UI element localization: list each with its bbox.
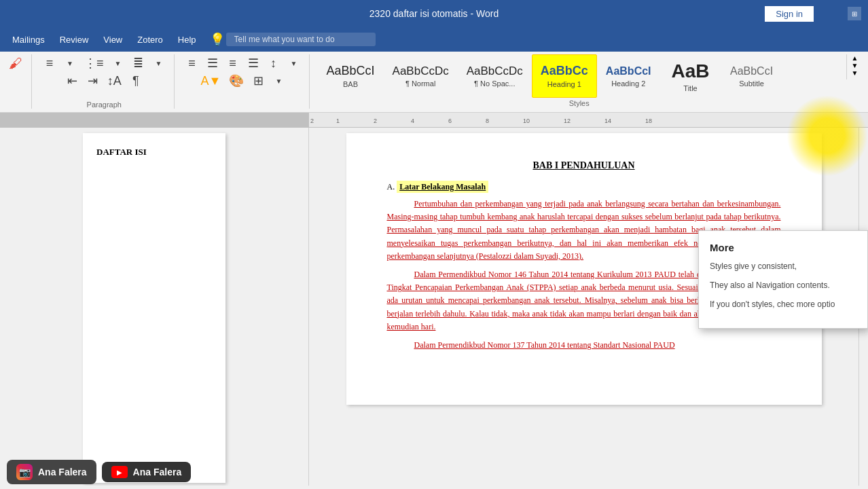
youtube-name: Ana Falera [133, 467, 182, 477]
align-right-btn[interactable]: ≡ [223, 54, 242, 72]
style-subtitle[interactable]: AaBbCcI Subtitle [721, 54, 782, 98]
daftar-isi-title: DAFTAR ISI [96, 147, 212, 158]
show-formatting-btn[interactable]: ¶ [126, 72, 145, 90]
style-heading1[interactable]: AaBbCc Heading 1 [532, 54, 597, 98]
style-bab[interactable]: AaBbCcI BAB [318, 54, 384, 98]
style-nospace[interactable]: AaBbCcDc ¶ No Spac... [458, 54, 532, 98]
bullets-btn[interactable]: ≡ [40, 54, 59, 72]
align-center-btn[interactable]: ☰ [203, 54, 222, 72]
svg-text:2: 2 [310, 117, 314, 124]
style-normal[interactable]: AaBbCcDc ¶ Normal [384, 54, 458, 98]
style-subtitle-preview: AaBbCcI [730, 65, 773, 77]
style-h2-preview: AaBbCcI [606, 65, 651, 77]
youtube-icon: ▶ [111, 466, 128, 478]
styles-section-label: Styles [568, 98, 591, 109]
svg-text:8: 8 [486, 117, 489, 124]
instagram-name: Ana Falera [38, 467, 87, 477]
style-heading2[interactable]: AaBbCcI Heading 2 [597, 54, 660, 98]
instagram-badge[interactable]: 📷 Ana Falera [7, 460, 96, 484]
increase-indent-btn[interactable]: ⇥ [84, 72, 103, 90]
shading-btn[interactable]: 🎨 [225, 72, 247, 90]
menu-review[interactable]: Review [53, 32, 96, 48]
more-panel-text-1: Styles give y consistent, [710, 260, 856, 272]
svg-text:6: 6 [448, 117, 452, 124]
format-painter-icon: 🖌 [9, 56, 22, 71]
style-nospace-label: ¶ No Spac... [474, 79, 515, 88]
section-a: A. Latar Belakang Masalah [387, 182, 781, 192]
style-subtitle-label: Subtitle [739, 79, 764, 88]
section-heading: Latar Belakang Masalah [397, 181, 488, 193]
sort-btn[interactable]: ↕A [104, 72, 125, 90]
lightbulb-icon: 💡 [210, 32, 225, 47]
title-bar: 2320 daftar isi otomatis - Word Sign in … [0, 0, 868, 27]
paragraph-label: Paragraph [87, 98, 122, 109]
sign-in-button[interactable]: Sign in [765, 6, 814, 22]
style-normal-label: ¶ Normal [405, 79, 435, 88]
menu-help[interactable]: Help [171, 32, 203, 48]
daftar-isi-page: DAFTAR ISI [83, 133, 225, 483]
styles-area: AaBbCcI BAB AaBbCcDc ¶ Normal AaBbCcDc ¶… [318, 54, 841, 109]
line-spacing-btn[interactable]: ↕ [264, 54, 283, 72]
ribbon: 🖌 ≡ ▼ ⋮≡ ▼ ≣ ▼ ⇤ ⇥ ↕A ¶ Paragraph ≡ ☰ ≡ … [0, 52, 868, 113]
format-painter-btn[interactable]: 🖌 [5, 54, 26, 72]
borders-btn[interactable]: ⊞ [249, 72, 268, 90]
window-controls: ⊞ [848, 7, 861, 20]
menu-mailings[interactable]: Mailings [5, 32, 52, 48]
chapter-title: BAB I PENDAHULUAN [387, 160, 781, 171]
window-grid-icon[interactable]: ⊞ [848, 7, 861, 20]
chevron-down-icon: ▼ [852, 62, 858, 69]
style-title-label: Title [683, 84, 697, 92]
style-bab-preview: AaBbCcI [327, 64, 375, 79]
alignment-section: ≡ ☰ ≡ ☰ ↕ ▼ A▼ 🎨 ⊞ ▼ [183, 54, 310, 109]
more-panel: More Styles give y consistent, They also… [698, 230, 868, 329]
ruler-margin-left [0, 113, 309, 127]
svg-text:1: 1 [336, 117, 340, 124]
tell-me-input[interactable] [226, 33, 376, 46]
style-normal-preview: AaBbCcDc [393, 65, 449, 78]
menu-bar: Mailings Review View Zotero Help 💡 [0, 27, 868, 52]
more-panel-title: More [710, 242, 856, 253]
svg-text:10: 10 [523, 117, 530, 124]
ruler-marks: 2 1 2 4 6 8 10 12 14 18 [309, 113, 868, 128]
multilevel-dropdown[interactable]: ▼ [149, 54, 168, 72]
more-styles-icon: ▼ [852, 69, 858, 77]
list-section: ≡ ▼ ⋮≡ ▼ ≣ ▼ ⇤ ⇥ ↕A ¶ Paragraph [40, 54, 175, 109]
instagram-icon: 📷 [16, 464, 33, 480]
clipboard-section: 🖌 [5, 54, 32, 109]
menu-zotero[interactable]: Zotero [130, 32, 170, 48]
svg-text:14: 14 [604, 117, 611, 124]
social-bar: 📷 Ana Falera ▶ Ana Falera [0, 455, 245, 489]
numbering-dropdown[interactable]: ▼ [109, 54, 128, 72]
ruler-content[interactable]: 2 1 2 4 6 8 10 12 14 18 [309, 113, 868, 127]
style-h2-label: Heading 2 [611, 79, 645, 88]
menu-view[interactable]: View [96, 32, 129, 48]
svg-text:18: 18 [645, 117, 652, 124]
more-panel-text-3: If you don't styles, chec more optio [710, 298, 856, 310]
line-spacing-dropdown[interactable]: ▼ [285, 54, 304, 72]
highlight-btn[interactable]: A▼ [198, 72, 225, 90]
multilevel-btn[interactable]: ≣ [129, 54, 148, 72]
borders-dropdown[interactable]: ▼ [269, 72, 288, 90]
svg-text:2: 2 [374, 117, 377, 124]
style-title[interactable]: AaB Title [660, 54, 721, 98]
style-bab-label: BAB [343, 80, 358, 88]
align-justify-btn[interactable]: ☰ [244, 54, 263, 72]
styles-more-btn[interactable]: ▲ ▼ ▼ [846, 54, 863, 79]
svg-text:4: 4 [411, 117, 414, 124]
svg-text:12: 12 [564, 117, 571, 124]
more-panel-text-2: They also al Navigation contents. [710, 279, 856, 291]
style-title-preview: AaB [672, 60, 710, 83]
document-title: 2320 daftar isi otomatis - Word [369, 8, 499, 19]
styles-gallery: AaBbCcI BAB AaBbCcDc ¶ Normal AaBbCcDc ¶… [318, 54, 841, 98]
decrease-indent-btn[interactable]: ⇤ [63, 72, 82, 90]
ruler: 2 1 2 4 6 8 10 12 14 18 [0, 113, 868, 128]
style-nospace-preview: AaBbCcDc [467, 65, 523, 78]
style-h1-label: Heading 1 [547, 80, 581, 88]
bullets-dropdown[interactable]: ▼ [60, 54, 79, 72]
section-a-letter: A. [387, 182, 395, 192]
align-left-btn[interactable]: ≡ [183, 54, 202, 72]
youtube-badge[interactable]: ▶ Ana Falera [102, 462, 192, 482]
numbering-btn[interactable]: ⋮≡ [81, 54, 107, 72]
paragraph-3: Dalam Permendikbud Nomor 137 Tahun 2014 … [387, 339, 781, 352]
chevron-up-icon: ▲ [852, 54, 858, 62]
